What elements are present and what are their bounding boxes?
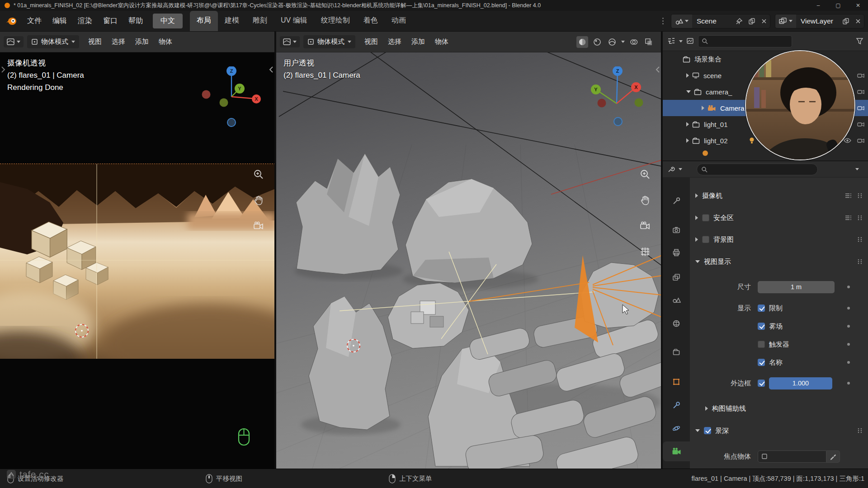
viewport-user[interactable]: 物体模式 视图 选择 添加 物体 xyxy=(276,32,662,469)
animate-dot[interactable] xyxy=(847,307,850,310)
collapse-arrow-icon[interactable] xyxy=(686,90,691,93)
dof-checkbox[interactable] xyxy=(704,427,711,434)
object-menu[interactable]: 物体 xyxy=(430,35,453,48)
toolbar-toggle-arrow-icon[interactable] xyxy=(1,66,5,75)
limits-checkbox[interactable] xyxy=(758,305,765,312)
section-depth-of-field[interactable]: 景深 xyxy=(690,422,868,439)
mode-selector[interactable]: 物体模式 xyxy=(303,35,355,48)
camera-visibility-icon[interactable] xyxy=(857,138,864,143)
blender-logo-icon[interactable] xyxy=(5,16,17,26)
item-label[interactable]: camera_ xyxy=(706,88,732,96)
outliner-row-partial[interactable] xyxy=(663,149,868,158)
filter-funnel-icon[interactable] xyxy=(856,38,863,45)
camera-visibility-icon[interactable] xyxy=(857,73,864,78)
render-properties-tab[interactable] xyxy=(663,221,690,240)
browse-view-layer-button[interactable] xyxy=(775,14,796,28)
language-button[interactable]: 中文 xyxy=(153,14,183,28)
panel-grip-icon[interactable] xyxy=(857,428,863,433)
section-composition-guides[interactable]: 构图辅助线 xyxy=(690,400,868,417)
collection-label[interactable]: 场景集合 xyxy=(694,55,722,64)
add-menu[interactable]: 添加 xyxy=(407,35,429,48)
viewport-camera[interactable]: 物体模式 视图 选择 添加 物体 摄像机透视 (2) flares_01 | C… xyxy=(0,32,275,469)
size-value-field[interactable]: 1 m xyxy=(758,281,835,293)
name-checkbox[interactable] xyxy=(758,359,765,366)
animate-dot[interactable] xyxy=(847,343,850,346)
shading-options-chevron-icon[interactable] xyxy=(621,41,625,43)
section-viewport-display[interactable]: 视图显示 xyxy=(690,253,868,270)
delete-scene-icon[interactable] xyxy=(758,18,770,24)
pin-icon[interactable] xyxy=(733,18,745,25)
properties-options-chevron-icon[interactable] xyxy=(855,168,859,170)
view-menu[interactable]: 视图 xyxy=(84,35,106,48)
expand-arrow-icon[interactable] xyxy=(686,122,689,127)
camera-render-frame[interactable] xyxy=(0,164,275,358)
item-label[interactable]: light_01 xyxy=(704,121,728,128)
outliner-editor-type-icon[interactable] xyxy=(667,38,675,45)
view-layer-name[interactable]: ViewLayer xyxy=(796,17,840,25)
zoom-icon[interactable] xyxy=(253,169,264,180)
passepartout-checkbox[interactable] xyxy=(758,380,765,387)
browse-scene-button[interactable] xyxy=(671,14,692,28)
minimize-button[interactable]: – xyxy=(808,0,828,11)
view-layer-properties-tab[interactable] xyxy=(663,267,690,287)
presets-icon[interactable] xyxy=(844,192,852,199)
new-scene-icon[interactable] xyxy=(745,18,758,25)
editor-type-button[interactable] xyxy=(280,36,300,47)
workspace-tab-uv-editing[interactable]: UV 编辑 xyxy=(274,11,314,31)
select-menu[interactable]: 选择 xyxy=(383,35,406,48)
shading-rendered-icon[interactable] xyxy=(606,36,618,48)
animate-dot[interactable] xyxy=(847,361,850,364)
mist-checkbox[interactable] xyxy=(758,323,765,330)
panel-grip-icon[interactable] xyxy=(857,193,863,198)
sidebar-toggle-arrow-icon[interactable] xyxy=(656,66,660,75)
panel-grip-icon[interactable] xyxy=(857,259,863,264)
show-overlays-icon[interactable] xyxy=(628,36,640,48)
panel-grip-icon[interactable] xyxy=(857,215,863,221)
item-label[interactable]: light_02 xyxy=(704,137,728,145)
item-label[interactable]: scene xyxy=(703,72,722,80)
expand-arrow-icon[interactable] xyxy=(686,138,689,143)
editor-type-button[interactable] xyxy=(4,36,24,47)
pan-hand-icon[interactable] xyxy=(253,194,264,206)
navigation-gizmo[interactable]: Z Y X xyxy=(588,66,649,127)
menu-file[interactable]: 文件 xyxy=(22,14,47,28)
eyedropper-button[interactable] xyxy=(826,450,840,463)
grid-toggle-icon[interactable] xyxy=(639,246,651,258)
shading-solid-icon[interactable] xyxy=(576,36,588,48)
item-label[interactable]: Camera xyxy=(720,104,744,112)
toggle-xray-icon[interactable] xyxy=(643,36,655,48)
object-menu[interactable]: 物体 xyxy=(154,35,177,48)
collection-properties-tab[interactable] xyxy=(663,342,690,362)
outliner-search-input[interactable] xyxy=(698,35,792,47)
animate-dot[interactable] xyxy=(847,286,850,288)
close-button[interactable]: ✕ xyxy=(848,0,868,11)
menu-render[interactable]: 渲染 xyxy=(72,14,98,28)
menu-window[interactable]: 窗口 xyxy=(98,14,123,28)
camera-visibility-icon[interactable] xyxy=(857,89,864,94)
physics-properties-tab[interactable] xyxy=(663,418,690,438)
add-menu[interactable]: 添加 xyxy=(131,35,153,48)
maximize-button[interactable]: ▢ xyxy=(828,0,848,11)
pan-hand-icon[interactable] xyxy=(639,194,651,206)
output-properties-tab[interactable] xyxy=(663,243,690,263)
workspace-tab-modeling[interactable]: 建模 xyxy=(218,11,246,31)
workspace-tab-sculpting[interactable]: 雕刻 xyxy=(246,11,274,31)
workspace-tab-animation[interactable]: 动画 xyxy=(385,11,413,31)
workspace-tab-layout[interactable]: 布局 xyxy=(190,11,218,31)
sidebar-toggle-arrow-icon[interactable] xyxy=(269,66,274,75)
background-images-checkbox[interactable] xyxy=(702,236,709,243)
workspace-tab-texture-paint[interactable]: 纹理绘制 xyxy=(314,11,357,31)
menu-edit[interactable]: 编辑 xyxy=(47,14,72,28)
camera-visibility-icon[interactable] xyxy=(857,122,864,127)
expand-arrow-icon[interactable] xyxy=(702,106,704,110)
section-background-images[interactable]: 背景图 xyxy=(690,231,868,248)
chevron-down-icon[interactable] xyxy=(679,40,683,42)
delete-view-layer-icon[interactable] xyxy=(852,18,864,24)
focus-object-field[interactable] xyxy=(758,450,826,463)
select-menu[interactable]: 选择 xyxy=(107,35,130,48)
properties-search-input[interactable] xyxy=(697,164,818,175)
presets-icon[interactable] xyxy=(844,215,852,221)
eye-icon[interactable] xyxy=(844,138,851,143)
properties-editor-type-icon[interactable] xyxy=(667,166,675,173)
navigation-gizmo[interactable]: Z Y X xyxy=(202,66,263,127)
